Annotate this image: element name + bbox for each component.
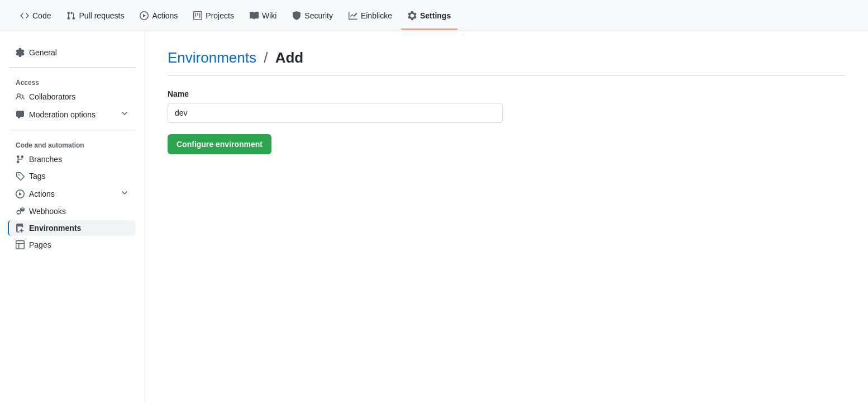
actions-sidebar-icon	[16, 189, 25, 198]
sidebar-item-environments[interactable]: Environments	[8, 220, 136, 236]
sidebar-divider-1	[9, 67, 136, 68]
sidebar-section-code-automation: Code and automation	[9, 137, 136, 151]
projects-icon	[193, 11, 202, 20]
sidebar-item-tags[interactable]: Tags	[9, 168, 136, 184]
tag-icon	[16, 172, 25, 181]
environments-icon	[16, 224, 25, 233]
top-navigation: Code Pull requests Actions Projects Wiki…	[0, 0, 868, 31]
code-icon	[20, 11, 29, 20]
name-form-group: Name	[168, 89, 846, 123]
sidebar-item-pages[interactable]: Pages	[9, 237, 136, 253]
chevron-down-icon	[120, 109, 129, 120]
branch-icon	[16, 155, 25, 164]
gear-icon	[16, 48, 25, 57]
content-divider	[168, 75, 846, 76]
nav-security-label: Security	[304, 11, 333, 20]
actions-chevron-down-icon	[120, 188, 129, 199]
breadcrumb-separator: /	[264, 49, 268, 66]
nav-security[interactable]: Security	[285, 7, 340, 25]
nav-settings[interactable]: Settings	[401, 7, 457, 25]
name-label: Name	[168, 89, 846, 98]
sidebar-branches-label: Branches	[29, 155, 62, 164]
nav-actions[interactable]: Actions	[133, 7, 184, 25]
people-icon	[16, 92, 25, 101]
nav-projects-label: Projects	[206, 11, 234, 20]
breadcrumb-link-environments[interactable]: Environments	[168, 49, 256, 66]
nav-code[interactable]: Code	[13, 7, 58, 25]
breadcrumb-current: Add	[275, 49, 304, 66]
insights-icon	[349, 11, 357, 20]
configure-environment-button[interactable]: Configure environment	[168, 134, 271, 154]
nav-pull-requests-label: Pull requests	[79, 11, 124, 20]
comment-icon	[16, 110, 25, 119]
sidebar-general-label: General	[29, 48, 57, 57]
configure-button-label: Configure environment	[177, 140, 263, 149]
pages-icon	[16, 240, 25, 249]
nav-wiki-label: Wiki	[262, 11, 276, 20]
sidebar-item-webhooks[interactable]: Webhooks	[9, 203, 136, 219]
nav-pull-requests[interactable]: Pull requests	[60, 7, 131, 25]
sidebar-pages-label: Pages	[29, 240, 51, 249]
sidebar-item-collaborators[interactable]: Collaborators	[9, 89, 136, 105]
nav-einblicke[interactable]: Einblicke	[342, 7, 399, 25]
sidebar-section-access: Access	[9, 74, 136, 89]
settings-gear-icon	[408, 11, 417, 20]
sidebar-moderation-label: Moderation options	[29, 110, 96, 119]
sidebar-actions-label: Actions	[29, 189, 55, 198]
nav-projects[interactable]: Projects	[187, 7, 241, 25]
sidebar-webhooks-label: Webhooks	[29, 207, 66, 216]
sidebar-item-general[interactable]: General	[9, 45, 136, 60]
pull-request-icon	[66, 11, 75, 20]
sidebar-item-branches[interactable]: Branches	[9, 151, 136, 167]
page-layout: General Access Collaborators Moderation …	[0, 31, 868, 403]
sidebar-collaborators-label: Collaborators	[29, 92, 75, 101]
sidebar: General Access Collaborators Moderation …	[0, 31, 145, 403]
nav-einblicke-label: Einblicke	[361, 11, 392, 20]
sidebar-tags-label: Tags	[29, 172, 46, 181]
wiki-icon	[250, 11, 259, 20]
actions-nav-icon	[140, 11, 149, 20]
name-input[interactable]	[168, 103, 503, 123]
nav-wiki[interactable]: Wiki	[243, 7, 283, 25]
security-icon	[292, 11, 301, 20]
main-content: Environments / Add Name Configure enviro…	[145, 31, 868, 403]
sidebar-item-moderation[interactable]: Moderation options	[9, 106, 136, 123]
sidebar-divider-2	[9, 130, 136, 130]
sidebar-environments-label: Environments	[29, 224, 81, 233]
sidebar-item-actions[interactable]: Actions	[9, 185, 136, 202]
page-breadcrumb: Environments / Add	[168, 49, 846, 67]
nav-actions-label: Actions	[152, 11, 178, 20]
webhook-icon	[16, 207, 25, 216]
nav-settings-label: Settings	[420, 11, 451, 20]
nav-code-label: Code	[32, 11, 51, 20]
